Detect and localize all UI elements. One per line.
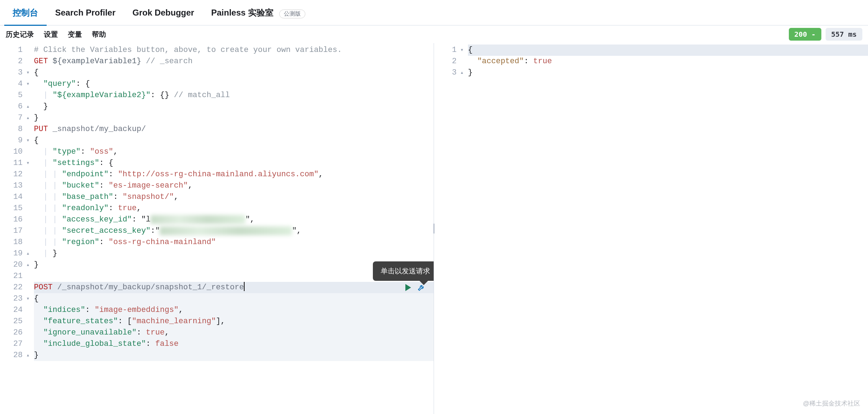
response-viewer[interactable]: 1▾ 2 3▴ { "accepted": true } [434,43,868,414]
response-status-badge: 200 - [789,28,821,41]
redacted-value: LXXXXXXXXXXXXXXXXXXX [151,215,245,224]
json-key: "readonly" [62,204,108,213]
tab-grok-debugger[interactable]: Grok Debugger [124,1,203,25]
text-cursor [244,282,245,291]
response-lines: { "accepted": true } [459,43,868,80]
toolbar-variables[interactable]: 变量 [68,30,82,39]
json-value: "oss-rg-china-mainland" [108,238,216,247]
json-value: "snapshot/" [123,193,174,201]
json-key: "region" [62,238,99,247]
request-lines[interactable]: # Click the Variables button, above, to … [25,43,434,362]
http-method: GET [34,57,48,66]
json-value: true [146,328,165,337]
request-path: /_snapshot/my_backup/snapshot_1/_restore [57,283,244,292]
json-key: "settings" [53,159,99,167]
editor-splitter[interactable] [433,224,435,233]
beta-badge: 公测版 [279,10,305,18]
http-method: POST [34,283,53,292]
toolbar-history[interactable]: 历史记录 [6,30,34,39]
json-value: "machine_learning" [132,317,216,326]
response-gutter: 1▾ 2 3▴ [434,43,459,80]
json-key: "type" [53,147,81,156]
http-method: PUT [34,125,48,134]
code-comment: # Click the Variables button, above, to … [34,46,342,54]
code-comment: // _search [146,57,193,66]
send-request-tooltip: 单击以发送请求 [373,261,434,281]
request-gutter: 1 2 3▾ 4▾ 5 6▴ 7▴ 8 9▾ 10 11▾ 12 13 14 1… [0,43,25,362]
top-tabs: 控制台 Search Profiler Grok Debugger Painle… [0,0,868,25]
json-value: true [118,204,137,213]
json-key: "access_key_id" [62,215,132,224]
json-key: "${exampleVariable2}" [53,91,151,100]
redacted-value: XXXXXXXXXXXXXXXXXXXXXXXXXXXX [160,226,292,235]
request-editor[interactable]: 1 2 3▾ 4▾ 5 6▴ 7▴ 8 9▾ 10 11▾ 12 13 14 1… [0,43,434,414]
json-value: "image-embeddings" [95,306,179,314]
json-key: "ignore_unavailable" [43,328,136,337]
json-value: "http://oss-rg-china-mainland.aliyuncs.c… [118,170,319,179]
tab-painless-lab[interactable]: Painless 实验室 公测版 [203,0,314,25]
json-value: "es-image-search" [108,181,188,190]
code-var: ${exampleVariable1} [53,57,141,66]
toolbar-help[interactable]: 帮助 [92,30,106,39]
tab-painless-label: Painless 实验室 [211,8,273,17]
json-value: true [533,57,552,66]
json-key: "bucket" [62,181,99,190]
response-time-badge: 557 ms [826,28,862,41]
json-key: "endpoint" [62,170,108,179]
console-toolbar: 历史记录 设置 变量 帮助 200 - 557 ms [0,25,868,43]
watermark: @稀土掘金技术社区 [803,399,860,408]
json-value: "oss" [90,147,113,156]
json-key: "feature_states" [43,317,118,326]
request-path: _snapshot/my_backup/ [53,125,146,134]
play-icon[interactable] [405,284,411,291]
json-key: "base_path" [62,193,113,201]
json-key: "accepted" [477,57,524,66]
json-key: "secret_access_key" [62,226,151,235]
toolbar-settings[interactable]: 设置 [44,30,58,39]
json-value: false [155,339,178,348]
json-key: "include_global_state" [43,339,146,348]
tab-console[interactable]: 控制台 [4,0,47,25]
json-key: "query" [43,79,76,88]
tab-search-profiler[interactable]: Search Profiler [47,1,124,25]
code-comment: // match_all [174,91,230,100]
editor-split: 1 2 3▾ 4▾ 5 6▴ 7▴ 8 9▾ 10 11▾ 12 13 14 1… [0,43,868,414]
